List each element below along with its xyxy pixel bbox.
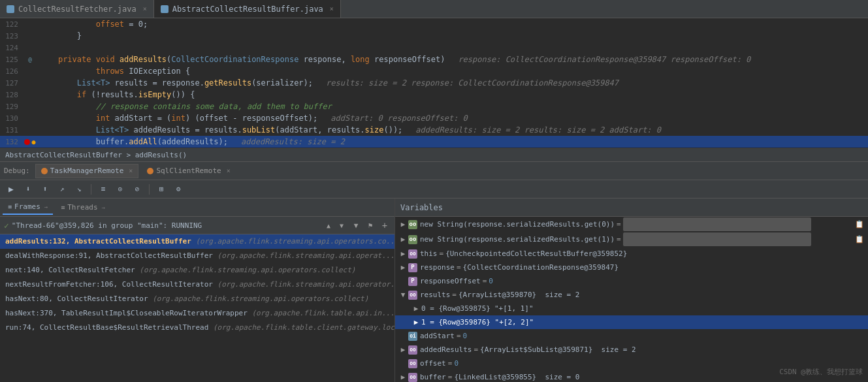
toolbar-sep-2 bbox=[149, 184, 150, 195]
var-toggle-var10[interactable]: ▶ bbox=[398, 371, 408, 382]
code-line-125: 125 @ private void addResults(CollectCoo… bbox=[0, 54, 868, 65]
frame-method-4: hasNext:80, CollectResultIterator bbox=[5, 294, 148, 303]
debug-label: Debug: bbox=[4, 167, 30, 175]
var-toggle-var2[interactable]: ▶ bbox=[398, 233, 408, 246]
frame-method-5: hasNext:370, TableResultImpl$CloseableRo… bbox=[5, 309, 248, 317]
var-item-var6-0[interactable]: ▶ 0 = {Row@359875} "+[1, 1]" bbox=[395, 302, 868, 315]
tab-label-2: AbstractCollectResultBuffer.java bbox=[172, 5, 323, 14]
copy-btn-var2[interactable]: 📋 bbox=[854, 234, 865, 246]
line-num-131: 131 bbox=[0, 126, 24, 135]
var-toggle-var6-0[interactable]: ▶ bbox=[411, 302, 421, 315]
tab-abstractcollectresultbuffer[interactable]: AbstractCollectResultBuffer.java × bbox=[154, 0, 341, 18]
var-item-var4[interactable]: ▶ P response = {CollectCoordinationRespo… bbox=[395, 261, 868, 274]
frame-method-6: run:74, CollectResultBase$ResultRetrieva… bbox=[5, 323, 208, 332]
line-num-132: 132 bbox=[0, 138, 24, 146]
frame-class-1: (org.apache.flink.streaming.api.operat..… bbox=[217, 251, 394, 260]
thread-next-btn[interactable]: ▼ bbox=[336, 219, 347, 231]
code-123: } bbox=[37, 30, 868, 42]
restore-layout-btn[interactable]: ⊞ bbox=[154, 182, 169, 197]
debug-session-bar: Debug: TaskManagerRemote × SqlClientRemo… bbox=[0, 162, 868, 180]
thread-add-btn[interactable]: + bbox=[379, 219, 391, 231]
frame-item-1[interactable]: dealWithResponse:91, AbstractCollectResu… bbox=[0, 249, 394, 263]
var-val-var6: {ArrayList@359870} size = 2 bbox=[458, 289, 579, 301]
var-eq-var5: = bbox=[483, 275, 487, 287]
var-item-var2[interactable]: ▶ oo new String(response.serializedResul… bbox=[395, 232, 868, 247]
tab-close-1[interactable]: × bbox=[143, 5, 147, 12]
mute-btn[interactable]: ⊘ bbox=[130, 182, 144, 197]
thread-name: "Thread-66"@359,826 in group "main": RUN… bbox=[12, 221, 320, 230]
frames-arrow: → bbox=[44, 204, 48, 210]
var-toggle-var6[interactable]: ▼ bbox=[398, 289, 408, 301]
debug-session-sqlclient[interactable]: SqlClientRemote × bbox=[141, 164, 236, 178]
var-eq-var1: = bbox=[617, 218, 621, 231]
thread-filter-btn[interactable]: ▼ bbox=[350, 219, 362, 231]
frame-item-0[interactable]: addResults:132, AbstractCollectResultBuf… bbox=[0, 234, 394, 249]
var-toggle-var1[interactable]: ▶ bbox=[398, 218, 408, 231]
var-icon-var10: oo bbox=[408, 373, 417, 382]
var-icon-var5: P bbox=[408, 277, 417, 286]
var-item-var6[interactable]: ▼ oo results = {ArrayList@359870} size =… bbox=[395, 288, 868, 302]
frame-item-6[interactable]: run:74, CollectResultBase$ResultRetrieva… bbox=[0, 321, 394, 335]
step-over-btn[interactable]: ⬇ bbox=[21, 182, 35, 197]
tab-label-1: CollectResultFetcher.java bbox=[18, 5, 137, 14]
var-toggle-var8[interactable]: ▶ bbox=[398, 343, 408, 356]
frame-item-4[interactable]: hasNext:80, CollectResultIterator (org.a… bbox=[0, 292, 394, 306]
var-icon-var9: oo bbox=[408, 359, 417, 368]
step-into-btn[interactable]: ⬆ bbox=[38, 182, 52, 197]
frame-class-5: (org.apache.flink.table.api.in... bbox=[252, 309, 395, 317]
evaluate-btn[interactable]: ≡ bbox=[96, 182, 110, 197]
thread-nav-arrows: ▲ ▼ bbox=[323, 219, 347, 231]
frame-method-3: nextResultFromFetcher:106, CollectResult… bbox=[5, 280, 213, 289]
session-icon-2 bbox=[147, 168, 153, 174]
session-close-1[interactable]: × bbox=[129, 167, 133, 174]
frame-class-0: (org.apache.flink.streaming.api.operator… bbox=[195, 237, 394, 246]
var-icon-var3: oo bbox=[408, 249, 417, 259]
tab-threads[interactable]: ≡ Threads → bbox=[56, 200, 110, 215]
var-val-var8: {ArrayList$SubList@359871} size = 2 bbox=[480, 343, 635, 356]
code-line-123: 123 } bbox=[0, 30, 868, 42]
execution-arrow: ● bbox=[31, 138, 35, 146]
debug-session-label-1: TaskManagerRemote bbox=[50, 167, 124, 175]
session-icon-1 bbox=[41, 168, 48, 174]
var-item-var6-1[interactable]: ▶ 1 = {Row@359876} "+[2, 2]" bbox=[395, 315, 868, 329]
left-panel: ≡ Frames → ≡ Threads → ✓ "Thread-66"@359… bbox=[0, 199, 395, 382]
breakpoints-btn[interactable]: ⊙ bbox=[113, 182, 127, 197]
var-eq-var7: = bbox=[457, 330, 461, 342]
gutter-132: ● bbox=[24, 138, 37, 146]
var-toggle-var3[interactable]: ▶ bbox=[398, 247, 408, 260]
var-val-var4: {CollectCoordinationResponse@359847} bbox=[463, 261, 619, 274]
var-toggle-var4[interactable]: ▶ bbox=[398, 261, 408, 274]
var-toggle-var6-1[interactable]: ▶ bbox=[411, 316, 421, 328]
step-out-btn[interactable]: ↗ bbox=[55, 182, 69, 197]
var-val-var1 bbox=[623, 217, 812, 231]
thread-check-icon: ✓ bbox=[4, 221, 9, 231]
code-lines-container: 122 offset = 0; 123 } 124 125 @ private … bbox=[0, 18, 868, 149]
run-to-cursor-btn[interactable]: ↘ bbox=[72, 182, 86, 197]
var-icon-var1: oo bbox=[408, 220, 417, 229]
settings-btn[interactable]: ⚙ bbox=[171, 182, 185, 197]
var-item-var3[interactable]: ▶ oo this = {UncheckpointedCollectResult… bbox=[395, 247, 868, 261]
var-item-var5[interactable]: · P responseOffset = 0 bbox=[395, 274, 868, 288]
var-name-var9: offset bbox=[420, 357, 446, 370]
debug-session-taskmanager[interactable]: TaskManagerRemote × bbox=[35, 164, 139, 178]
var-item-var7[interactable]: · oi addStart = 0 bbox=[395, 329, 868, 343]
thread-funnel-btn[interactable]: ⚑ bbox=[364, 219, 376, 231]
tab-frames[interactable]: ≡ Frames → bbox=[3, 200, 53, 215]
line-num-128: 128 bbox=[0, 91, 24, 99]
tab-close-2[interactable]: × bbox=[330, 5, 334, 12]
resume-btn[interactable]: ▶ bbox=[4, 182, 18, 197]
frame-item-5[interactable]: hasNext:370, TableResultImpl$CloseableRo… bbox=[0, 306, 394, 321]
var-eq-var10: = bbox=[448, 371, 453, 382]
threads-tab-icon: ≡ bbox=[61, 204, 65, 211]
var-name-var6-0: 0 = {Row@359875} bbox=[421, 302, 490, 315]
var-name-var7: addStart bbox=[420, 330, 455, 342]
frame-item-3[interactable]: nextResultFromFetcher:106, CollectResult… bbox=[0, 278, 394, 292]
copy-btn-var1[interactable]: 📋 bbox=[854, 219, 865, 231]
frame-item-2[interactable]: next:140, CollectResultFetcher (org.apac… bbox=[0, 263, 394, 278]
watermark-text: CSDN @教练、我想打篮球 bbox=[779, 368, 863, 376]
var-item-var1[interactable]: ▶ oo new String(response.serializedResul… bbox=[395, 217, 868, 232]
thread-prev-btn[interactable]: ▲ bbox=[323, 219, 334, 231]
tab-collectresultfetcher[interactable]: CollectResultFetcher.java × bbox=[0, 0, 154, 18]
session-close-2[interactable]: × bbox=[227, 167, 231, 174]
var-item-var8[interactable]: ▶ oo addedResults = {ArrayList$SubList@3… bbox=[395, 343, 868, 357]
